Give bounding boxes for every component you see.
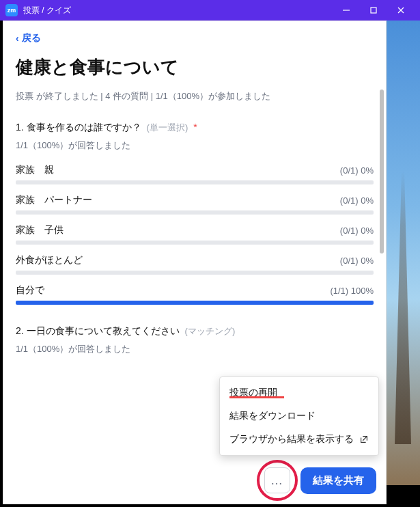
poll-option: 家族 親(0/1) 0%	[16, 164, 374, 184]
titlebar: zm 投票 / クイズ	[0, 0, 420, 20]
window-title: 投票 / クイズ	[23, 5, 333, 16]
minimize-icon	[342, 6, 350, 14]
annotation-underline	[229, 396, 284, 398]
chevron-left-icon: ‹	[16, 33, 19, 44]
poll-title: 健康と食事について	[16, 55, 374, 79]
external-link-icon	[359, 435, 369, 444]
back-label: 戻る	[22, 32, 41, 44]
share-results-button[interactable]: 結果を共有	[300, 467, 376, 494]
option-label: 家族 パートナー	[16, 194, 92, 206]
option-stats: (0/1) 0%	[340, 195, 374, 206]
back-link[interactable]: ‹ 戻る	[16, 32, 41, 44]
menu-download-results[interactable]: 結果をダウンロード	[220, 405, 378, 428]
question-type: (単一選択)	[147, 122, 188, 134]
required-mark: *	[193, 122, 197, 133]
maximize-button[interactable]	[360, 0, 387, 20]
poll-option: 家族 子供(0/1) 0%	[16, 224, 374, 245]
poll-option: 家族 パートナー(0/1) 0%	[16, 194, 374, 215]
option-bar	[16, 241, 374, 245]
option-stats: (0/1) 0%	[340, 256, 374, 266]
poll-option: 外食がほとんど(0/1) 0%	[16, 254, 374, 275]
question-2: 2. 一日の食事について教えてください (マッチング) 1/1（100%）が回答…	[16, 325, 374, 355]
question-text: 2. 一日の食事について教えてください	[16, 325, 180, 338]
minimize-button[interactable]	[333, 0, 360, 20]
option-stats: (0/1) 0%	[340, 225, 374, 236]
footer: … 結果を共有	[261, 464, 376, 497]
close-button[interactable]	[387, 0, 415, 20]
option-bar	[16, 301, 374, 305]
option-bar	[16, 271, 374, 275]
menu-item-label: 結果をダウンロード	[229, 410, 316, 422]
respondent-count: 1/1（100%）が回答しました	[16, 343, 374, 355]
menu-item-label: ブラウザから結果を表示する	[229, 433, 354, 446]
option-stats: (1/1) 100%	[330, 286, 374, 296]
svg-rect-1	[371, 8, 376, 13]
option-bar	[16, 180, 374, 184]
option-label: 家族 子供	[16, 224, 64, 236]
option-bar-fill	[16, 301, 374, 305]
option-stats: (0/1) 0%	[340, 165, 374, 176]
option-label: 自分で	[16, 284, 44, 297]
option-label: 家族 親	[16, 164, 54, 176]
maximize-icon	[369, 6, 378, 14]
menu-view-in-browser[interactable]: ブラウザから結果を表示する	[220, 428, 378, 451]
poll-option: 自分で(1/1) 100%	[16, 284, 374, 305]
scrollbar[interactable]	[380, 90, 384, 254]
close-icon	[397, 6, 405, 14]
respondent-count: 1/1（100%）が回答しました	[16, 139, 374, 152]
option-label: 外食がほとんど	[16, 254, 83, 266]
app-icon: zm	[5, 4, 18, 16]
poll-window: ‹ 戻る 健康と食事について 投票 が終了しました | 4 件の質問 | 1/1…	[3, 20, 387, 504]
question-1: 1. 食事を作るのは誰ですか？ (単一選択) * 1/1（100%）が回答しまし…	[16, 122, 374, 305]
more-menu: 投票の再開 結果をダウンロード ブラウザから結果を表示する	[219, 376, 379, 456]
question-text: 1. 食事を作るのは誰ですか？	[16, 122, 141, 134]
poll-meta: 投票 が終了しました | 4 件の質問 | 1/1（100%）が参加しました	[16, 90, 374, 102]
annotation-circle	[257, 460, 298, 501]
option-bar	[16, 210, 374, 215]
question-type: (マッチング)	[185, 325, 236, 338]
menu-reopen-poll[interactable]: 投票の再開	[220, 381, 378, 405]
eiffel-tower-silhouette	[389, 171, 417, 444]
